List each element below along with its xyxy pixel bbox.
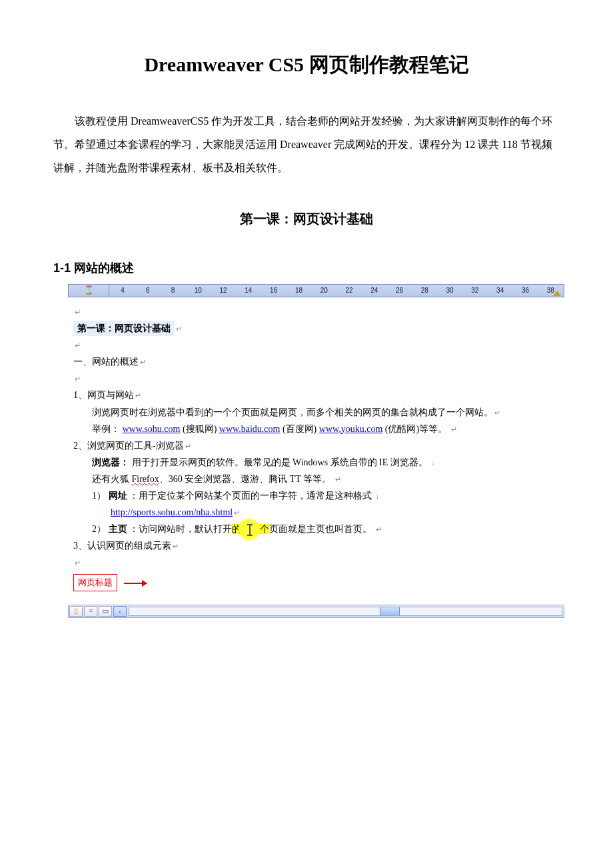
highlighted-text-1: 的 [232,524,241,534]
sub2-text2: 页面就是主页也叫首页。 [269,524,372,534]
sub2-text1: ：访问网站时，默认打开 [129,524,232,534]
browser-label: 浏览器： [92,457,129,467]
ruler-tick: 8 [168,285,179,297]
browser-line2b: 、360 安全浏览器、遨游、腾讯 TT 等等。 [159,474,331,484]
ruler-ticks: 468101214161820222426283032343638 [109,285,564,297]
ruler-tick: 10 [193,285,203,297]
sub1-text: ：用于定位某个网站某个页面的一串字符，通常是这种格式 [129,491,372,501]
intro-paragraph: 该教程使用 DreamweaverCS5 作为开发工具，结合老师的网站开发经验，… [53,109,560,180]
section-heading: 1-1 网站的概述 [53,257,560,279]
example-label: 举例： [92,424,120,434]
link-sohu[interactable]: www.sohu.com [123,424,181,434]
item-1-title: 1、网页与网站 [73,390,134,400]
hourglass-icon: ⌛ [84,284,94,297]
ruler-tick: 24 [369,285,380,297]
browser-text: 用于打开显示网页的软件。最常见的是 Windows 系统自带的 IE 浏览器。 [132,457,428,467]
ruler-tick: 12 [218,285,229,297]
embedded-document-body: ↵ 第一课：网页设计基础↵ ↵ 一、网站的概述↵ ↵ 1、网页与网站↵ 浏览网页… [68,297,564,594]
item-2-title: 2、浏览网页的工具-浏览器 [73,441,184,451]
embed-section-1: 一、网站的概述 [73,357,139,367]
ruler-tick: 16 [269,285,279,297]
link-youku[interactable]: www.youku.com [319,424,383,434]
highlighted-text-3: 一个 [251,524,269,534]
word-ruler: ⌛ 468101214161820222426283032343638 [68,284,564,297]
status-btn-3[interactable]: ▭ [99,606,112,617]
ruler-tick: 14 [243,285,254,297]
lesson-heading: 第一课：网页设计基础 [53,207,560,231]
ruler-tick: 28 [419,285,430,297]
status-btn-left[interactable]: ‹ [113,606,127,617]
link-baidu-after: (百度网) [283,424,319,434]
ruler-tick: 36 [520,285,530,297]
item-3-title: 3、认识网页的组成元素 [73,541,171,551]
embed-lesson-title: 第一课：网页设计基础 [73,321,175,336]
ruler-corner: ⌛ [69,285,109,297]
ruler-tick: 18 [293,285,304,297]
horizontal-scrollbar[interactable] [129,607,562,616]
scrollbar-thumb[interactable] [380,607,400,615]
link-baidu[interactable]: www.baidu.com [219,424,281,434]
ruler-tick: 34 [495,285,506,297]
item-1-para: 浏览网页时在浏览器中看到的一个个页面就是网页，而多个相关的网页的集合就构成了一个… [92,407,493,417]
sub2-no: 2） [92,524,106,534]
ruler-tick: 6 [143,285,153,297]
ruler-tick: 38 [545,285,556,297]
link-youku-after: (优酷网)等等。 [385,424,447,434]
sub2-label: 主页 [109,523,127,534]
ruler-tick: 32 [470,285,480,297]
page-title: Dreamweaver CS5 网页制作教程笔记 [53,47,560,83]
text-cursor-icon [249,525,251,535]
annotation-box: 网页标题 [73,574,117,591]
ruler-tick: 26 [394,285,405,297]
status-btn-1[interactable]: ▯ [69,606,83,617]
link-sohu-after: (搜狐网) [183,424,219,434]
sub1-label: 网址 [109,490,127,501]
ruler-tick: 4 [117,285,128,297]
sub1-no: 1） [92,491,106,501]
ruler-tick: 20 [318,285,329,297]
paragraph-mark-icon: ↵ [75,308,81,316]
word-status-bar: ▯ ≡ ▭ ‹ [68,605,564,618]
browser-line2a: 还有火狐 [92,474,132,484]
sub1-url[interactable]: http://sports.sohu.com/nba.shtml [111,507,233,517]
arrow-right-icon [124,583,147,584]
firefox-spellcheck: Firefox [132,474,159,484]
ruler-tick: 30 [444,285,455,297]
embedded-word-screenshot: ⌛ 468101214161820222426283032343638 ↵ 第一… [68,284,564,618]
status-btn-2[interactable]: ≡ [84,606,97,617]
ruler-tick: 22 [344,285,354,297]
